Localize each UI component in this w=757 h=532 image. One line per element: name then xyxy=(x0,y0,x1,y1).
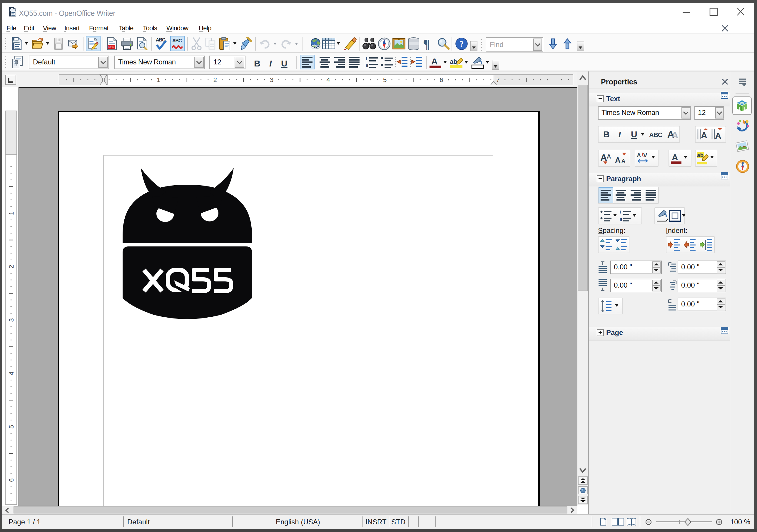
svg-text:A: A xyxy=(621,158,625,164)
svg-text:ab: ab xyxy=(450,58,457,65)
svg-text:3: 3 xyxy=(8,318,15,322)
svg-text:A: A xyxy=(600,152,607,163)
svg-text:II: II xyxy=(620,217,622,222)
svg-text:A: A xyxy=(637,152,641,159)
svg-text:6: 6 xyxy=(439,76,443,83)
svg-text:II: II xyxy=(366,63,368,68)
svg-text:V: V xyxy=(643,152,647,159)
svg-text:?: ? xyxy=(460,39,464,48)
svg-text:4: 4 xyxy=(8,371,15,375)
svg-text:A: A xyxy=(607,153,611,160)
svg-text:ab: ab xyxy=(697,152,704,158)
svg-text:I: I xyxy=(620,210,621,214)
svg-text:PDF: PDF xyxy=(108,46,114,49)
svg-text:I: I xyxy=(366,56,367,61)
svg-text:7: 7 xyxy=(496,76,500,83)
svg-text:4: 4 xyxy=(326,76,330,83)
svg-text:A: A xyxy=(672,130,678,140)
svg-text:A: A xyxy=(615,156,621,164)
svg-text:3: 3 xyxy=(270,76,273,83)
svg-text:A: A xyxy=(701,130,707,140)
svg-text:ABC: ABC xyxy=(172,38,182,43)
svg-text:A: A xyxy=(672,152,678,162)
svg-text:A: A xyxy=(431,56,438,66)
svg-text:1: 1 xyxy=(8,211,15,215)
svg-text:5: 5 xyxy=(8,425,15,428)
svg-text:A: A xyxy=(715,131,721,141)
svg-text:6: 6 xyxy=(8,478,15,482)
svg-text:1: 1 xyxy=(157,76,160,83)
svg-text:2: 2 xyxy=(8,265,15,268)
svg-text:2: 2 xyxy=(213,76,217,83)
svg-text:¶: ¶ xyxy=(423,38,430,50)
svg-text:5: 5 xyxy=(383,76,387,83)
